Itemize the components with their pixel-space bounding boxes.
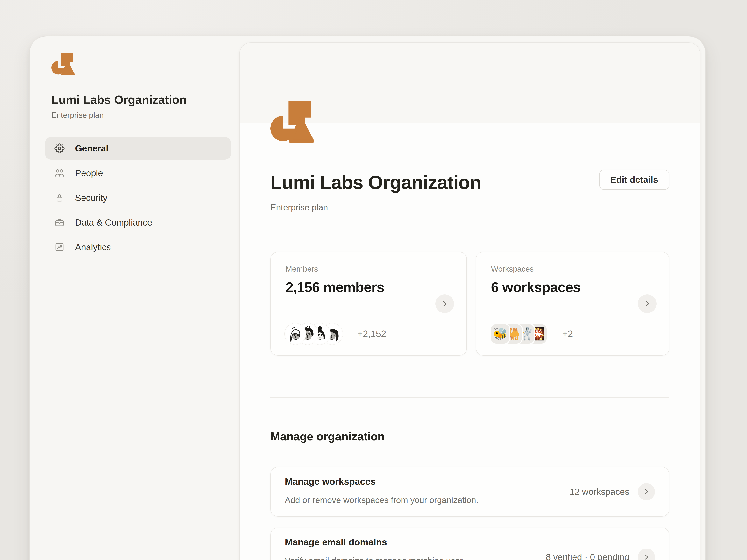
sidebar: Lumi Labs Organization Enterprise plan G… <box>30 36 240 560</box>
org-logo-large-icon <box>271 100 325 143</box>
manage-email-domains-meta: 8 verified · 0 pending <box>546 552 629 560</box>
org-logo-icon <box>51 53 80 76</box>
manage-organization-heading: Manage organization <box>271 430 669 443</box>
members-count: 2,156 members <box>286 279 452 295</box>
workspaces-chevron-button[interactable] <box>638 294 656 313</box>
manage-workspaces-row[interactable]: Manage workspaces Add or remove workspac… <box>271 467 669 517</box>
workspaces-overflow-count: +2 <box>562 328 573 339</box>
member-avatar-stack <box>286 324 342 344</box>
workspaces-count: 6 workspaces <box>491 279 654 295</box>
page-title: Lumi Labs Organization <box>271 172 481 193</box>
users-icon <box>54 168 65 178</box>
chevron-right-icon <box>643 300 651 308</box>
sidebar-item-analytics[interactable]: Analytics <box>45 236 231 259</box>
sidebar-item-label: People <box>75 168 103 178</box>
chevron-right-icon <box>643 488 650 495</box>
sidebar-item-label: Security <box>75 192 107 203</box>
manage-email-domains-title: Manage email domains <box>285 537 655 548</box>
section-divider <box>271 397 669 398</box>
chevron-right-icon <box>643 554 650 560</box>
main-panel: Lumi Labs Organization Edit details Ente… <box>239 43 700 560</box>
manage-email-domains-row[interactable]: Manage email domains Verify email domain… <box>271 528 669 560</box>
lock-icon <box>54 193 65 203</box>
chart-icon <box>54 242 65 252</box>
sidebar-org-name: Lumi Labs Organization <box>51 93 186 107</box>
members-card[interactable]: Members 2,156 members <box>271 252 467 356</box>
sidebar-plan-label: Enterprise plan <box>51 111 104 119</box>
briefcase-icon <box>54 217 65 228</box>
sidebar-item-label: General <box>75 143 108 154</box>
sidebar-item-general[interactable]: General <box>45 137 231 160</box>
gear-icon <box>54 143 65 153</box>
edit-details-button[interactable]: Edit details <box>599 169 669 190</box>
sidebar-item-label: Data & Compliance <box>75 217 152 228</box>
members-chevron-button[interactable] <box>435 294 454 313</box>
sidebar-nav: General People <box>45 137 231 261</box>
workspace-tile-stack: 🐝 🐫 🤺 🎇 <box>491 324 547 344</box>
manage-email-domains-chevron-button[interactable] <box>638 549 655 560</box>
plan-label: Enterprise plan <box>271 203 669 212</box>
chevron-right-icon <box>441 300 448 308</box>
manage-workspaces-description: Add or remove workspaces from your organ… <box>285 495 567 505</box>
workspace-emoji-tile: 🐝 <box>491 324 509 344</box>
manage-email-domains-description: Verify email domains to manage matching … <box>285 555 567 560</box>
workspaces-card-label: Workspaces <box>491 265 654 273</box>
members-overflow-count: +2,152 <box>357 328 386 339</box>
sidebar-item-people[interactable]: People <box>45 162 231 184</box>
manage-workspaces-meta: 12 workspaces <box>570 486 629 497</box>
sidebar-item-label: Analytics <box>75 242 111 252</box>
sidebar-item-data-compliance[interactable]: Data & Compliance <box>45 211 231 234</box>
workspaces-card[interactable]: Workspaces 6 workspaces 🐝 🐫 🤺 🎇 +2 <box>476 252 669 356</box>
manage-workspaces-chevron-button[interactable] <box>638 483 655 500</box>
sidebar-item-security[interactable]: Security <box>45 186 231 209</box>
members-card-label: Members <box>286 265 452 273</box>
member-avatar <box>286 324 305 344</box>
stats-row: Members 2,156 members <box>271 252 669 356</box>
